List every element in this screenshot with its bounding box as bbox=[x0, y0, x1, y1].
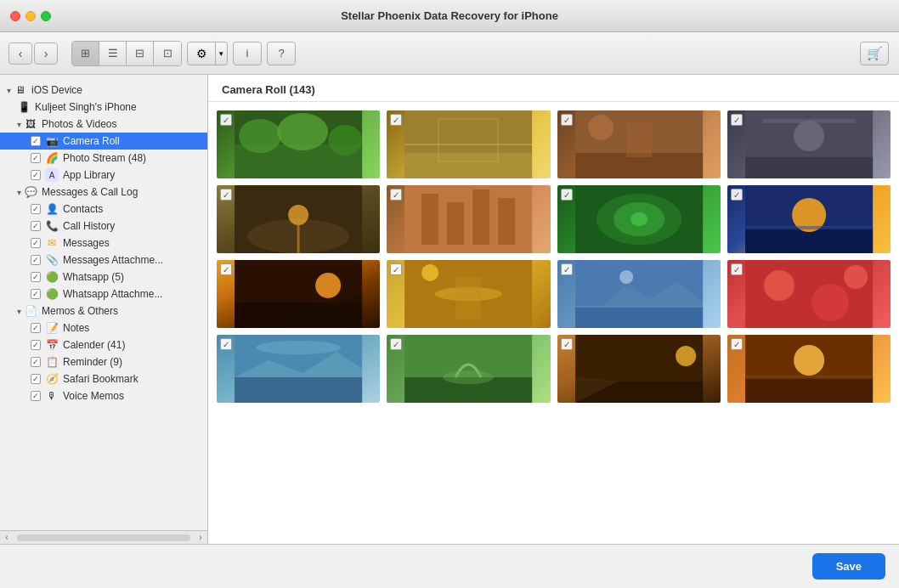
view-grid-button[interactable]: ⊞ bbox=[72, 42, 99, 65]
photo-checkbox-10[interactable] bbox=[390, 263, 402, 275]
photo-checkbox-4[interactable] bbox=[731, 114, 743, 126]
photo-cell-16[interactable] bbox=[727, 335, 891, 403]
photo-checkbox-2[interactable] bbox=[390, 114, 402, 126]
sidebar-item-calendar[interactable]: 📅 Calender (41) bbox=[0, 336, 207, 353]
scroll-right-arrow[interactable]: › bbox=[194, 531, 207, 545]
view-filmstrip-button[interactable]: ⊡ bbox=[154, 42, 181, 65]
sidebar-section-photos[interactable]: ▾ 🖼 Photos & Videos bbox=[0, 116, 207, 133]
messages-item-icon: ✉ bbox=[45, 236, 59, 250]
app-library-checkbox[interactable] bbox=[31, 170, 41, 180]
photo-checkbox-16[interactable] bbox=[731, 338, 743, 350]
voice-memos-checkbox[interactable] bbox=[31, 391, 41, 401]
photo-cell-5[interactable] bbox=[217, 185, 380, 253]
photo-checkbox-3[interactable] bbox=[561, 114, 573, 126]
photo-checkbox-12[interactable] bbox=[731, 263, 743, 275]
gear-button[interactable]: ⚙ bbox=[187, 42, 216, 65]
photo-cell-2[interactable] bbox=[387, 110, 550, 178]
photo-stream-checkbox[interactable] bbox=[31, 153, 41, 163]
svg-point-46 bbox=[619, 270, 633, 284]
camera-roll-checkbox[interactable] bbox=[31, 136, 41, 146]
messages-checkbox[interactable] bbox=[31, 238, 41, 248]
info-button[interactable]: i bbox=[233, 42, 262, 65]
view-list-button[interactable]: ☰ bbox=[99, 42, 127, 65]
photo-thumb-12 bbox=[727, 260, 891, 328]
svg-point-4 bbox=[328, 125, 362, 155]
svg-rect-64 bbox=[745, 377, 873, 403]
sidebar-item-whatsapp[interactable]: 🟢 Whatsapp (5) bbox=[0, 269, 207, 286]
forward-button[interactable]: › bbox=[34, 42, 58, 65]
help-button[interactable]: ? bbox=[267, 42, 296, 65]
safari-checkbox[interactable] bbox=[31, 374, 41, 384]
photo-checkbox-15[interactable] bbox=[561, 338, 573, 350]
photo-thumb-14 bbox=[387, 335, 550, 403]
sidebar-item-camera-roll[interactable]: 📷 Camera Roll bbox=[0, 133, 207, 150]
whatsapp-attach-checkbox[interactable] bbox=[31, 289, 41, 299]
notes-checkbox[interactable] bbox=[31, 323, 41, 333]
photo-checkbox-7[interactable] bbox=[561, 189, 573, 201]
sidebar-scroll[interactable]: ▾ 🖥 iOS Device 📱 Kuljeet Singh's iPhone … bbox=[0, 75, 207, 530]
sidebar-item-ios-device[interactable]: ▾ 🖥 iOS Device bbox=[0, 82, 207, 99]
sidebar-item-whatsapp-attach[interactable]: 🟢 Whatsapp Attachme... bbox=[0, 286, 207, 302]
sidebar-item-messages[interactable]: ✉ Messages bbox=[0, 235, 207, 252]
sidebar-item-photo-stream[interactable]: 🌈 Photo Stream (48) bbox=[0, 150, 207, 167]
minimize-button[interactable] bbox=[25, 11, 36, 21]
msg-attach-checkbox[interactable] bbox=[31, 255, 41, 265]
settings-gear: ⚙ ▾ bbox=[187, 42, 228, 65]
photo-checkbox-11[interactable] bbox=[561, 263, 573, 275]
sidebar-item-reminder[interactable]: 📋 Reminder (9) bbox=[0, 353, 207, 370]
photo-checkbox-5[interactable] bbox=[220, 189, 232, 201]
svg-point-11 bbox=[588, 115, 613, 140]
whatsapp-checkbox[interactable] bbox=[31, 272, 41, 282]
scroll-left-arrow[interactable]: ‹ bbox=[0, 531, 14, 545]
call-history-checkbox[interactable] bbox=[31, 221, 41, 231]
photo-cell-10[interactable] bbox=[387, 260, 550, 328]
photo-cell-12[interactable] bbox=[727, 260, 891, 328]
sidebar-item-notes[interactable]: 📝 Notes bbox=[0, 319, 207, 336]
svg-rect-52 bbox=[235, 377, 362, 403]
sidebar-item-iphone[interactable]: 📱 Kuljeet Singh's iPhone bbox=[0, 99, 207, 116]
photo-checkbox-1[interactable] bbox=[220, 114, 232, 126]
photo-cell-11[interactable] bbox=[557, 260, 721, 328]
photo-thumb-7 bbox=[557, 185, 721, 253]
save-button[interactable]: Save bbox=[812, 553, 885, 580]
close-button[interactable] bbox=[10, 11, 20, 21]
maximize-button[interactable] bbox=[41, 11, 51, 21]
photo-cell-1[interactable] bbox=[217, 110, 380, 178]
sidebar-item-contacts[interactable]: 👤 Contacts bbox=[0, 201, 207, 218]
sidebar-section-memos[interactable]: ▾ 📄 Memos & Others bbox=[0, 302, 207, 319]
photo-checkbox-8[interactable] bbox=[731, 189, 743, 201]
svg-point-54 bbox=[256, 341, 341, 354]
photo-cell-6[interactable] bbox=[387, 185, 550, 253]
photo-cell-3[interactable] bbox=[557, 110, 721, 178]
photo-cell-13[interactable] bbox=[217, 335, 380, 403]
photo-checkbox-6[interactable] bbox=[390, 189, 402, 201]
messages-expand-arrow: ▾ bbox=[17, 188, 21, 197]
gear-dropdown-arrow[interactable]: ▾ bbox=[216, 42, 228, 65]
photo-cell-15[interactable] bbox=[557, 335, 721, 403]
sidebar-item-msg-attachments[interactable]: 📎 Messages Attachme... bbox=[0, 252, 207, 269]
photo-cell-9[interactable] bbox=[217, 260, 380, 328]
photo-cell-4[interactable] bbox=[727, 110, 891, 178]
view-columns-button[interactable]: ⊟ bbox=[127, 42, 154, 65]
reminder-checkbox[interactable] bbox=[31, 357, 41, 367]
sidebar-section-messages[interactable]: ▾ 💬 Messages & Call Log bbox=[0, 184, 207, 201]
photo-checkbox-9[interactable] bbox=[220, 263, 232, 275]
photo-cell-8[interactable] bbox=[727, 185, 891, 253]
sidebar-item-safari[interactable]: 🧭 Safari Bookmark bbox=[0, 370, 207, 387]
contacts-checkbox[interactable] bbox=[31, 204, 41, 214]
photo-checkbox-13[interactable] bbox=[220, 338, 232, 350]
sidebar-item-app-library[interactable]: A App Library bbox=[0, 167, 207, 184]
voice-memos-icon: 🎙 bbox=[45, 389, 59, 403]
photo-checkbox-14[interactable] bbox=[390, 338, 402, 350]
photo-grid-scroll[interactable] bbox=[208, 102, 899, 544]
photo-cell-7[interactable] bbox=[557, 185, 721, 253]
msg-attach-icon: 📎 bbox=[45, 253, 59, 267]
camera-icon: 📷 bbox=[45, 134, 59, 148]
sidebar-item-voice-memos[interactable]: 🎙 Voice Memos bbox=[0, 387, 207, 404]
back-button[interactable]: ‹ bbox=[8, 42, 32, 65]
calendar-checkbox[interactable] bbox=[31, 340, 41, 350]
cart-button[interactable]: 🛒 bbox=[860, 42, 889, 65]
sidebar-item-call-history[interactable]: 📞 Call History bbox=[0, 218, 207, 235]
notes-icon: 📝 bbox=[45, 321, 59, 335]
photo-cell-14[interactable] bbox=[387, 335, 550, 403]
